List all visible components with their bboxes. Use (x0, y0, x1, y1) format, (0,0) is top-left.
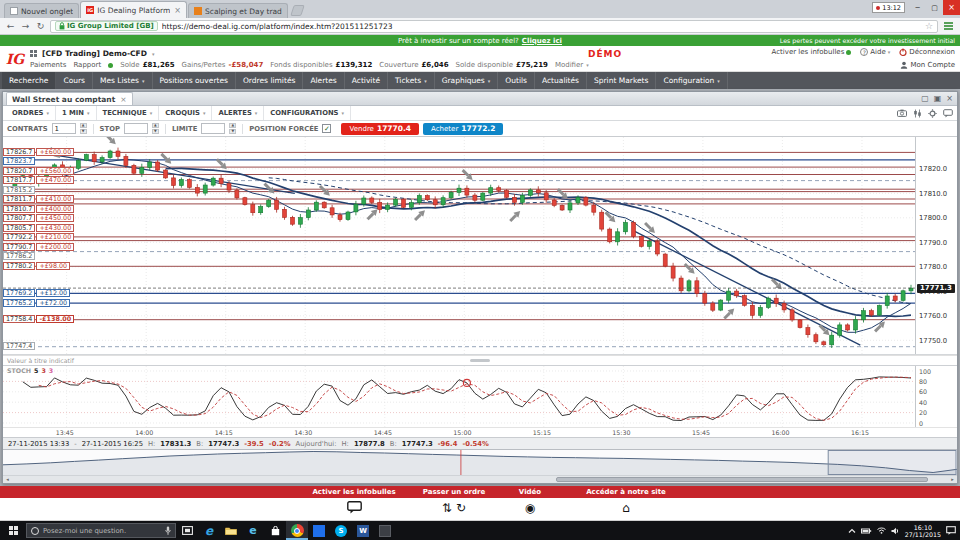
security-chip[interactable]: IG Group Limited [GB] (55, 21, 158, 31)
chrome-icon[interactable] (286, 521, 308, 540)
logout-link[interactable]: Déconnexion (899, 48, 955, 56)
order-label[interactable]: 17820.7+£560.00 (3, 167, 74, 175)
dev-tool-icon[interactable] (374, 521, 396, 540)
promo-link[interactable]: Cliquez ici (522, 37, 562, 45)
store-icon[interactable] (264, 521, 286, 540)
price-axis[interactable]: 17820.017810.017800.017790.017780.017770… (915, 137, 957, 354)
pin-window-icon[interactable]: ▢ (921, 94, 929, 104)
address-input[interactable]: IG Group Limited [GB] https://demo-deal.… (50, 20, 938, 33)
task-view-button[interactable] (176, 521, 198, 540)
order-label[interactable]: 17769.2+£12.00 (3, 289, 70, 297)
scrollbar-thumb[interactable] (556, 477, 928, 482)
action-website[interactable]: Accéder à notre site (564, 488, 688, 496)
order-label[interactable]: 17815.2 (3, 186, 35, 194)
nav-outils[interactable]: Outils (498, 72, 535, 89)
battery-icon[interactable] (861, 528, 872, 534)
order-label[interactable]: 17810.7+£400.00 (3, 205, 74, 213)
tab-close-icon[interactable]: × (120, 95, 126, 104)
close-window-icon[interactable]: × (946, 94, 953, 104)
action-place-order[interactable]: Passer un ordre (408, 488, 500, 496)
limit-input[interactable] (201, 123, 225, 134)
order-label[interactable]: 17786.2 (3, 252, 35, 260)
alerts-menu[interactable]: ALERTES▾ (212, 106, 264, 120)
scroll-left-icon[interactable]: ◂ (3, 476, 12, 483)
nav-configuration[interactable]: Configuration▾ (656, 72, 727, 89)
minimize-button[interactable]: ─ (909, 0, 926, 15)
video-icon[interactable]: ◉ (500, 501, 560, 516)
order-label[interactable]: 17792.2+£210.00 (3, 233, 74, 241)
order-label[interactable]: 17826.7+£600.00 (3, 148, 74, 156)
sell-button[interactable]: Vendre17770.4 (341, 123, 419, 135)
nav-cours[interactable]: Cours (56, 72, 93, 89)
nav-mes-listes[interactable]: Mes Listes▾ (93, 72, 153, 89)
tab-close-icon[interactable]: × (174, 6, 181, 15)
limit-stepper[interactable]: ▲▼ (229, 123, 236, 134)
order-arrows-icon[interactable]: ⇅↻ (408, 501, 500, 516)
drawing-menu[interactable]: CROQUIS▾ (159, 106, 212, 120)
microphone-icon[interactable] (165, 526, 171, 535)
payments-link[interactable]: Paiements (30, 61, 66, 69)
order-label[interactable]: 17758.4-£138.00 (3, 315, 74, 323)
interval-menu[interactable]: 1 MIN▾ (56, 106, 97, 120)
volume-icon[interactable] (891, 527, 900, 535)
edge-icon[interactable]: e (198, 521, 220, 540)
order-label[interactable]: 17807.7+£450.00 (3, 214, 74, 222)
nav-actualites[interactable]: Actualités (535, 72, 587, 89)
contracts-input[interactable] (52, 123, 76, 134)
bookmark-star-icon[interactable]: ☆ (925, 21, 933, 31)
action-tooltips[interactable]: Activer les infobulles (296, 488, 412, 496)
browser-tab-ig[interactable]: IG IG Dealing Platform × (80, 1, 187, 18)
skype-icon[interactable]: S (330, 521, 352, 540)
chart-window-tab[interactable]: Wall Street au comptant × (6, 92, 133, 105)
order-label[interactable]: 17747.4 (3, 342, 35, 350)
forward-icon[interactable]: → (20, 21, 31, 31)
nav-recherche[interactable]: Recherche (2, 72, 56, 89)
new-tab-button[interactable] (290, 5, 305, 16)
comment-icon[interactable] (943, 109, 953, 118)
nav-sprint-markets[interactable]: Sprint Markets (587, 72, 656, 89)
ie-icon[interactable]: e (242, 521, 264, 540)
taskbar-clock[interactable]: 16:10 27/11/2015 (905, 524, 941, 538)
notifications-icon[interactable] (946, 526, 956, 535)
close-button[interactable]: × (943, 0, 960, 15)
contracts-stepper[interactable]: ▲▼ (80, 123, 87, 134)
gear-icon[interactable] (928, 109, 937, 118)
chart-window-titlebar[interactable]: Wall Street au comptant × ▢ ▣ × (3, 92, 957, 106)
stop-input[interactable] (124, 123, 148, 134)
account-selector[interactable]: [CFD Trading] Demo-CFD (42, 49, 147, 58)
browser-tab-new[interactable]: Nouvel onglet (4, 3, 79, 18)
activate-tooltips-link[interactable]: Activer les infobulles (772, 48, 852, 56)
photos-icon[interactable] (308, 521, 330, 540)
panel-resize-grip[interactable] (470, 359, 490, 362)
modify-link[interactable]: Modifier▾ (555, 61, 589, 69)
chart-style-icon[interactable] (913, 109, 922, 118)
help-menu[interactable]: ?Aide▾ (860, 48, 890, 56)
nav-activite[interactable]: Activité (345, 72, 388, 89)
order-label[interactable]: 17823.7 (3, 157, 35, 165)
scroll-right-icon[interactable]: ▸ (948, 476, 957, 483)
browser-tab-scalping[interactable]: Scalping et Day trad (188, 3, 288, 18)
file-explorer-icon[interactable] (220, 521, 242, 540)
report-link[interactable]: Rapport (73, 61, 101, 69)
order-label[interactable]: 17811.7+£410.00 (3, 195, 74, 203)
technical-menu[interactable]: TECHNIQUE▾ (97, 106, 160, 120)
start-button[interactable] (0, 521, 26, 540)
camera-icon[interactable] (897, 109, 907, 117)
cortana-search[interactable]: Posez-moi une question. (26, 523, 176, 538)
orders-menu[interactable]: ORDRES▾ (6, 106, 56, 120)
action-video[interactable]: Vidéo (500, 488, 560, 496)
my-account-link[interactable]: Mon Compte (900, 61, 955, 69)
chart-scrollbar[interactable]: ◂ ▸ (3, 475, 957, 483)
chrome-menu-icon[interactable] (942, 20, 955, 32)
forced-position-checkbox[interactable]: ✓ (322, 124, 331, 133)
wifi-icon[interactable] (877, 527, 886, 534)
chat-bubble-icon[interactable] (296, 501, 412, 514)
order-label[interactable]: 17765.2+£72.00 (3, 299, 70, 307)
candlestick-chart[interactable]: 17826.7+£600.0017823.717820.7+£560.00178… (3, 137, 957, 355)
nav-ordres-limites[interactable]: Ordres limités (236, 72, 303, 89)
chart-overview[interactable]: ◂ ▸ (3, 449, 957, 483)
stop-stepper[interactable]: ▲▼ (152, 123, 159, 134)
refresh-icon[interactable]: ↻ (35, 21, 46, 31)
order-label[interactable]: 17817.7+£470.00 (3, 176, 74, 184)
configurations-menu[interactable]: CONFIGURATIONS▾ (264, 106, 351, 120)
